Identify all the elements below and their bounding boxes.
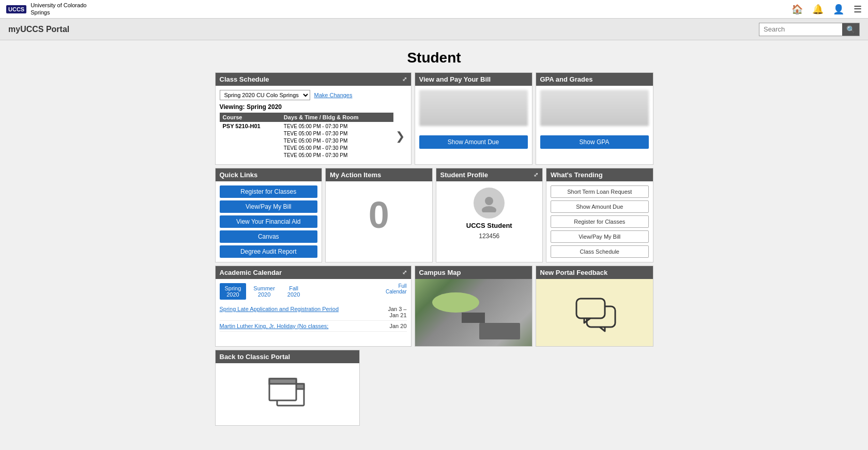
row-2: Quick Links Register for Classes View/Pa… — [215, 168, 653, 262]
campus-map-header: Campus Map — [415, 266, 532, 279]
classic-portal-header: Back to Classic Portal — [216, 350, 360, 363]
show-gpa-button[interactable]: Show GPA — [540, 135, 649, 149]
trending-header: What's Trending — [546, 168, 653, 181]
action-count: 0 — [369, 194, 389, 236]
row-3: Academic Calendar ⤢ Spring2020 Summer202… — [215, 266, 653, 347]
profile-name: UCCS Student — [466, 222, 512, 229]
semester-select[interactable]: Spring 2020 CU Colo Springs — [220, 90, 310, 100]
class-schedule-expand-icon[interactable]: ⤢ — [402, 76, 407, 83]
time-2: TEVE 05:00 PM - 07:30 PM — [284, 130, 390, 137]
cal-event-2: Martin Luther King, Jr. Holiday (No clas… — [220, 321, 407, 332]
cal-event-2-link[interactable]: Martin Luther King, Jr. Holiday (No clas… — [220, 323, 386, 329]
campus-map-title: Campus Map — [419, 269, 461, 276]
profile-body: UCCS Student 123456 — [436, 181, 543, 246]
trending-register-btn[interactable]: Register for Classes — [551, 215, 649, 228]
home-icon[interactable]: 🏠 — [791, 4, 803, 15]
gpa-title: GPA and Grades — [540, 75, 593, 83]
show-amount-due-button[interactable]: Show Amount Due — [419, 135, 528, 149]
search-input[interactable] — [759, 23, 842, 35]
svg-rect-7 — [269, 379, 296, 384]
register-classes-btn[interactable]: Register for Classes — [220, 185, 318, 198]
feedback-body[interactable] — [536, 279, 653, 346]
cs-next-arrow[interactable]: ❯ — [393, 128, 407, 145]
avatar — [474, 188, 505, 219]
trending-widget: What's Trending Short Term Loan Request … — [546, 168, 653, 262]
sub-navigation: myUCCS Portal 🔍 — [0, 19, 868, 40]
svg-point-1 — [482, 206, 496, 212]
make-changes-link[interactable]: Make Changes — [314, 92, 353, 98]
chat-icon — [574, 296, 615, 330]
student-profile-title: Student Profile — [440, 171, 488, 179]
bill-body: Show Amount Due — [415, 86, 532, 153]
bill-blurred-content — [419, 90, 528, 126]
search-button[interactable]: 🔍 — [842, 23, 859, 36]
trending-bill-btn[interactable]: View/Pay My Bill — [551, 230, 649, 243]
degree-audit-btn[interactable]: Degree Audit Report — [220, 245, 318, 258]
cal-expand-icon[interactable]: ⤢ — [402, 269, 407, 276]
trending-title: What's Trending — [551, 171, 603, 179]
quick-links-body: Register for Classes View/Pay My Bill Vi… — [216, 181, 322, 262]
classic-portal-title: Back to Classic Portal — [220, 353, 291, 361]
cal-body: Spring2020 Summer2020 Fall2020 FullCalen… — [216, 279, 411, 336]
full-calendar-link[interactable]: FullCalendar — [386, 283, 407, 294]
time-5: TEVE 05:00 PM - 07:30 PM — [284, 152, 390, 159]
svg-point-0 — [485, 197, 493, 205]
time-4: TEVE 05:00 PM - 07:30 PM — [284, 145, 390, 152]
classic-portal-body[interactable] — [216, 363, 360, 425]
cs-top: Spring 2020 CU Colo Springs Make Changes — [220, 90, 407, 100]
action-items-body: 0 — [326, 181, 432, 249]
view-financial-aid-btn[interactable]: View Your Financial Aid — [220, 215, 318, 228]
feedback-title: New Portal Feedback — [540, 269, 608, 276]
cal-event-1-link[interactable]: Spring Late Application and Registration… — [220, 306, 384, 318]
bill-header: View and Pay Your Bill — [415, 73, 532, 86]
course-times: TEVE 05:00 PM - 07:30 PM TEVE 05:00 PM -… — [281, 122, 393, 160]
portal-title: myUCCS Portal — [8, 25, 69, 34]
main-grid: Class Schedule ⤢ Spring 2020 CU Colo Spr… — [207, 72, 662, 439]
trending-schedule-btn[interactable]: Class Schedule — [551, 245, 649, 258]
trending-amount-btn[interactable]: Show Amount Due — [551, 200, 649, 213]
campus-map-body[interactable] — [415, 279, 532, 346]
cal-tabs: Spring2020 Summer2020 Fall2020 FullCalen… — [220, 283, 407, 300]
bell-icon[interactable]: 🔔 — [812, 4, 824, 15]
quick-links-title: Quick Links — [220, 171, 258, 179]
cs-table-wrapper: Course Days & Time / Bldg & Room PSY 521… — [220, 113, 407, 160]
trending-loan-btn[interactable]: Short Term Loan Request — [551, 185, 649, 198]
user-icon[interactable]: 👤 — [833, 4, 844, 15]
nav-icons: 🏠 🔔 👤 ☰ — [791, 4, 862, 15]
action-items-header: My Action Items — [326, 168, 432, 181]
table-row: PSY 5210-H01 TEVE 05:00 PM - 07:30 PM TE… — [220, 122, 393, 160]
search-container: 🔍 — [759, 23, 860, 36]
tab-spring-2020[interactable]: Spring2020 — [220, 283, 247, 300]
cs-table: Course Days & Time / Bldg & Room PSY 521… — [220, 113, 393, 160]
academic-calendar-widget: Academic Calendar ⤢ Spring2020 Summer202… — [215, 266, 412, 347]
viewing-label: Viewing: Spring 2020 — [220, 103, 407, 111]
cal-title: Academic Calendar — [220, 269, 282, 276]
uccs-logo-abbr: UCCS — [6, 5, 26, 13]
gpa-header: GPA and Grades — [536, 73, 653, 86]
profile-expand-icon[interactable]: ⤢ — [534, 172, 538, 178]
student-profile-widget: Student Profile ⤢ UCCS Student 123456 — [436, 168, 543, 262]
tab-fall-2020[interactable]: Fall2020 — [282, 283, 305, 300]
menu-icon[interactable]: ☰ — [854, 4, 862, 15]
row-1: Class Schedule ⤢ Spring 2020 CU Colo Spr… — [215, 72, 653, 165]
bill-title: View and Pay Your Bill — [419, 75, 491, 83]
campus-map-widget: Campus Map — [415, 266, 532, 347]
course-code: PSY 5210-H01 — [220, 122, 281, 160]
action-items-widget: My Action Items 0 — [325, 168, 433, 262]
uccs-logo-text: University of Colorado Springs — [31, 2, 86, 15]
cal-event-1: Spring Late Application and Registration… — [220, 304, 407, 321]
quick-links-widget: Quick Links Register for Classes View/Pa… — [215, 168, 323, 262]
tab-summer-2020[interactable]: Summer2020 — [248, 283, 280, 300]
row-4: Back to Classic Portal — [215, 350, 653, 426]
empty-space — [363, 350, 653, 426]
time-3: TEVE 05:00 PM - 07:30 PM — [284, 137, 390, 145]
class-schedule-body: Spring 2020 CU Colo Springs Make Changes… — [216, 86, 411, 164]
view-pay-bill-btn[interactable]: View/Pay My Bill — [220, 200, 318, 213]
canvas-btn[interactable]: Canvas — [220, 230, 318, 243]
cal-event-2-date: Jan 20 — [389, 323, 406, 329]
student-profile-header: Student Profile ⤢ — [436, 168, 543, 181]
bill-widget: View and Pay Your Bill Show Amount Due — [415, 72, 532, 165]
feedback-header: New Portal Feedback — [536, 266, 653, 279]
col-course: Course — [220, 113, 281, 122]
gpa-body: Show GPA — [536, 86, 653, 153]
